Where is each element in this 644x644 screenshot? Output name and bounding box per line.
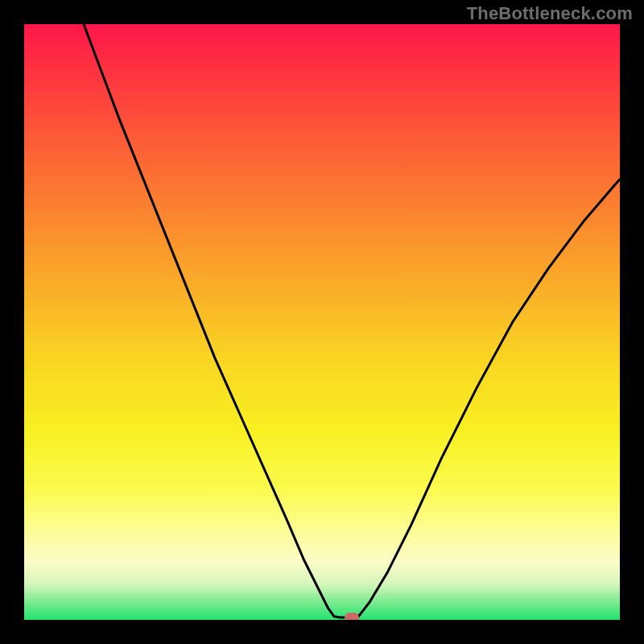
chart-frame: TheBottleneck.com [0,0,644,644]
watermark-text: TheBottleneck.com [467,3,633,24]
plot-area [24,24,620,620]
bottleneck-curve [24,24,620,620]
optimal-point-marker [345,613,359,620]
curve-path [84,24,620,617]
